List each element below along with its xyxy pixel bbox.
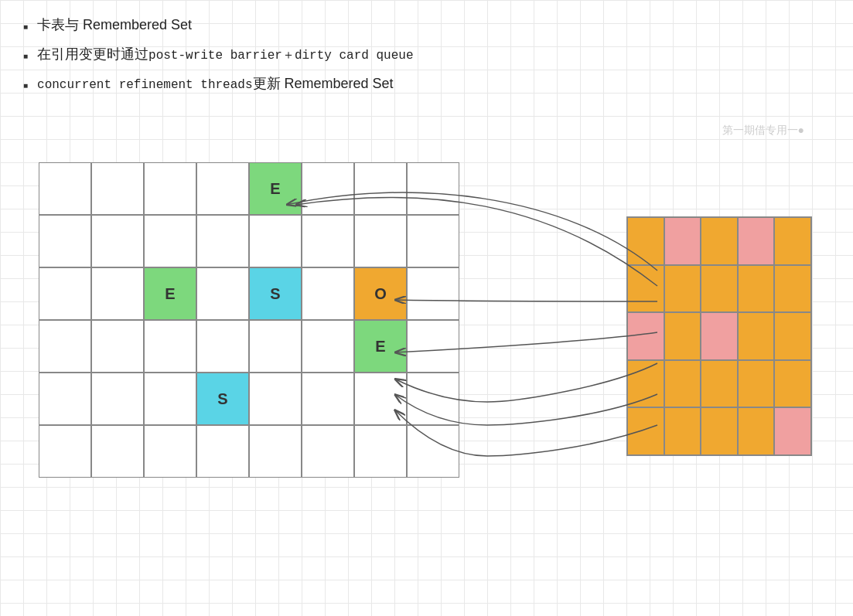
rs-0-0 xyxy=(627,217,664,265)
grid-cell-1-2 xyxy=(144,215,196,267)
rs-1-3 xyxy=(738,265,775,313)
grid-cell-2-4: S xyxy=(249,267,302,320)
rs-2-2 xyxy=(701,312,738,360)
rs-4-2 xyxy=(701,407,738,455)
rs-2-1 xyxy=(664,312,701,360)
grid-cell-2-0 xyxy=(39,267,91,320)
grid-cell-0-5 xyxy=(302,162,354,215)
grid-cell-0-4: E xyxy=(249,162,302,215)
diagram: 第一期借专用一● E E S xyxy=(23,116,827,549)
bullet-item-2: 在引用变更时通过 post-write barrier＋dirty card q… xyxy=(23,45,830,63)
grid-cell-3-7 xyxy=(407,320,459,373)
rs-3-0 xyxy=(627,360,664,408)
grid-cell-3-1 xyxy=(91,320,144,373)
grid-cell-4-4 xyxy=(249,373,302,425)
grid-cell-3-0 xyxy=(39,320,91,373)
bullet-item-1: 卡表与 Remembered Set xyxy=(23,15,830,34)
rs-2-4 xyxy=(774,312,811,360)
rs-0-4 xyxy=(774,217,811,265)
grid-cell-2-6: O xyxy=(354,267,407,320)
grid-cell-5-6 xyxy=(354,425,407,478)
grid-cell-5-5 xyxy=(302,425,354,478)
bullet-prefix-2: 在引用变更时通过 xyxy=(37,45,148,63)
grid-cell-1-6 xyxy=(354,215,407,267)
grid-cell-0-6 xyxy=(354,162,407,215)
rs-4-0 xyxy=(627,407,664,455)
grid-cell-1-4 xyxy=(249,215,302,267)
grid-cell-2-5 xyxy=(302,267,354,320)
rs-1-4 xyxy=(774,265,811,313)
grid-cell-3-5 xyxy=(302,320,354,373)
grid-cell-4-7 xyxy=(407,373,459,425)
rs-1-0 xyxy=(627,265,664,313)
grid-cell-0-3 xyxy=(196,162,249,215)
grid-cell-5-7 xyxy=(407,425,459,478)
rs-4-3 xyxy=(738,407,775,455)
bullet-code-2: post-write barrier＋dirty card queue xyxy=(148,47,413,63)
rs-0-3 xyxy=(738,217,775,265)
bullet-text-1: 卡表与 Remembered Set xyxy=(37,15,192,34)
grid-cell-4-0 xyxy=(39,373,91,425)
rs-1-2 xyxy=(701,265,738,313)
grid-cell-1-1 xyxy=(91,215,144,267)
grid-cell-0-2 xyxy=(144,162,196,215)
bullet-list: 卡表与 Remembered Set 在引用变更时通过 post-write b… xyxy=(23,15,830,93)
grid-cell-1-5 xyxy=(302,215,354,267)
grid-cell-5-2 xyxy=(144,425,196,478)
rs-4-1 xyxy=(664,407,701,455)
grid-cell-4-6 xyxy=(354,373,407,425)
grid-cell-3-2 xyxy=(144,320,196,373)
rs-4-4 xyxy=(774,407,811,455)
grid-cell-0-7 xyxy=(407,162,459,215)
grid-cell-0-1 xyxy=(91,162,144,215)
rs-2-0 xyxy=(627,312,664,360)
rs-2-3 xyxy=(738,312,775,360)
grid-cell-4-1 xyxy=(91,373,144,425)
rs-1-1 xyxy=(664,265,701,313)
grid-cell-3-6: E xyxy=(354,320,407,373)
grid-cell-2-1 xyxy=(91,267,144,320)
rs-0-1 xyxy=(664,217,701,265)
rs-3-3 xyxy=(738,360,775,408)
grid-cell-3-4 xyxy=(249,320,302,373)
rs-3-1 xyxy=(664,360,701,408)
bullet-suffix-3: 更新 Remembered Set xyxy=(253,74,394,93)
grid-cell-1-0 xyxy=(39,215,91,267)
grid-cell-2-2: E xyxy=(144,267,196,320)
grid-cell-4-5 xyxy=(302,373,354,425)
grid-cell-5-0 xyxy=(39,425,91,478)
grid-cell-4-2 xyxy=(144,373,196,425)
grid-cell-5-3 xyxy=(196,425,249,478)
remembered-set xyxy=(626,216,812,456)
grid-cell-0-0 xyxy=(39,162,91,215)
watermark: 第一期借专用一● xyxy=(722,124,804,138)
grid-cell-2-7 xyxy=(407,267,459,320)
rs-3-4 xyxy=(774,360,811,408)
page-content: 卡表与 Remembered Set 在引用变更时通过 post-write b… xyxy=(0,0,853,564)
grid-cell-5-1 xyxy=(91,425,144,478)
grid-container: E E S O xyxy=(39,162,459,478)
grid-cell-5-4 xyxy=(249,425,302,478)
grid-cell-3-3 xyxy=(196,320,249,373)
bullet-item-3: concurrent refinement threads 更新 Remembe… xyxy=(23,74,830,93)
grid-cell-2-3 xyxy=(196,267,249,320)
grid-cell-1-3 xyxy=(196,215,249,267)
grid-cell-1-7 xyxy=(407,215,459,267)
grid-cell-4-3: S xyxy=(196,373,249,425)
bullet-code-3: concurrent refinement threads xyxy=(37,78,252,92)
rs-3-2 xyxy=(701,360,738,408)
rs-0-2 xyxy=(701,217,738,265)
